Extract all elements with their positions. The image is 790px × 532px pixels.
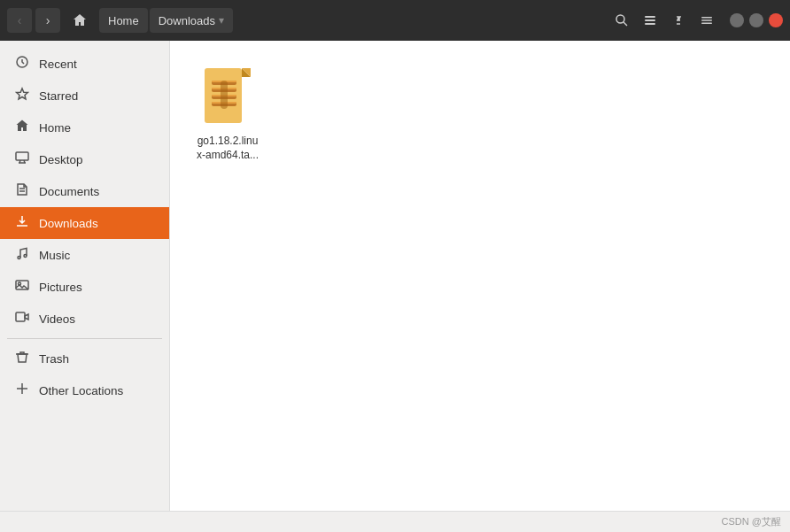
close-button[interactable]: ✕ [769,13,783,27]
sidebar-label-documents: Documents [39,185,99,198]
downloads-icon [14,214,30,232]
recent-icon [14,55,30,73]
titlebar: ‹ › Home Downloads ▾ [0,0,790,41]
svg-rect-4 [645,23,655,25]
sidebar-item-pictures[interactable]: Pictures [0,271,169,303]
sidebar-item-videos[interactable]: Videos [0,303,169,335]
svg-rect-37 [221,81,228,109]
minimize-button[interactable]: – [730,13,744,27]
music-icon [14,246,30,264]
file-icon-container [199,66,256,129]
breadcrumb-chevron-icon: ▾ [219,14,224,27]
desktop-icon [14,150,30,168]
svg-rect-7 [701,19,712,21]
titlebar-actions [609,8,719,33]
other-locations-icon [14,382,30,399]
breadcrumb-home[interactable]: Home [99,8,148,33]
svg-rect-11 [16,152,28,160]
archive-file-icon [205,68,251,127]
sidebar-label-desktop: Desktop [39,153,83,166]
breadcrumb: Home Downloads ▾ [99,8,233,33]
file-area: go1.18.2.linux-amd64.ta... [170,41,790,511]
window-controls: – □ ✕ [730,13,783,27]
view-options-button[interactable] [666,8,691,33]
sidebar-label-pictures: Pictures [39,281,82,294]
svg-rect-8 [701,23,712,25]
pictures-icon [14,278,30,296]
sidebar-label-recent: Recent [39,58,77,71]
svg-point-19 [24,255,27,258]
file-item-go-archive[interactable]: go1.18.2.linux-amd64.ta... [188,58,267,169]
sidebar-label-home: Home [39,121,71,135]
home-icon [14,119,30,136]
sidebar-label-videos: Videos [39,312,75,326]
menu-button[interactable] [694,8,719,33]
watermark-text: CSDN @艾醒 [722,515,781,528]
home-nav-button[interactable] [67,8,92,33]
svg-point-18 [18,257,20,259]
svg-line-1 [623,22,627,26]
breadcrumb-downloads-label: Downloads [159,14,215,27]
sidebar-label-music: Music [39,249,70,262]
sidebar-item-starred[interactable]: Starred [0,80,169,112]
sidebar-item-trash[interactable]: Trash [0,343,169,374]
sidebar-label-other-locations: Other Locations [39,384,123,397]
sidebar-item-recent[interactable]: Recent [0,48,169,80]
statusbar: CSDN @艾醒 [0,511,790,532]
file-label: go1.18.2.linux-amd64.ta... [195,135,260,162]
forward-button[interactable]: › [35,8,60,33]
starred-icon [14,87,30,104]
sidebar-divider [7,338,162,339]
svg-rect-2 [645,16,655,18]
back-button[interactable]: ‹ [7,8,32,33]
sidebar-item-documents[interactable]: Documents [0,175,169,207]
main-area: Recent Starred Home [0,41,790,511]
svg-rect-6 [701,17,712,19]
sidebar-item-downloads[interactable]: Downloads [0,207,169,239]
sidebar-item-home[interactable]: Home [0,112,169,143]
sidebar-item-music[interactable]: Music [0,239,169,271]
svg-marker-10 [17,89,28,99]
svg-rect-22 [16,312,25,321]
breadcrumb-downloads[interactable]: Downloads ▾ [150,8,233,33]
svg-point-0 [616,15,624,23]
search-button[interactable] [609,8,634,33]
sidebar-label-starred: Starred [39,89,78,103]
sidebar: Recent Starred Home [0,41,170,511]
maximize-button[interactable]: □ [749,13,763,27]
videos-icon [14,310,30,328]
sidebar-item-other-locations[interactable]: Other Locations [0,374,169,406]
trash-icon [14,350,30,367]
sidebar-label-downloads: Downloads [39,217,98,230]
file-grid: go1.18.2.linux-amd64.ta... [188,58,772,169]
sidebar-label-trash: Trash [39,352,69,366]
svg-rect-3 [645,19,655,21]
sidebar-item-desktop[interactable]: Desktop [0,143,169,175]
documents-icon [14,182,30,200]
view-list-button[interactable] [638,8,662,33]
